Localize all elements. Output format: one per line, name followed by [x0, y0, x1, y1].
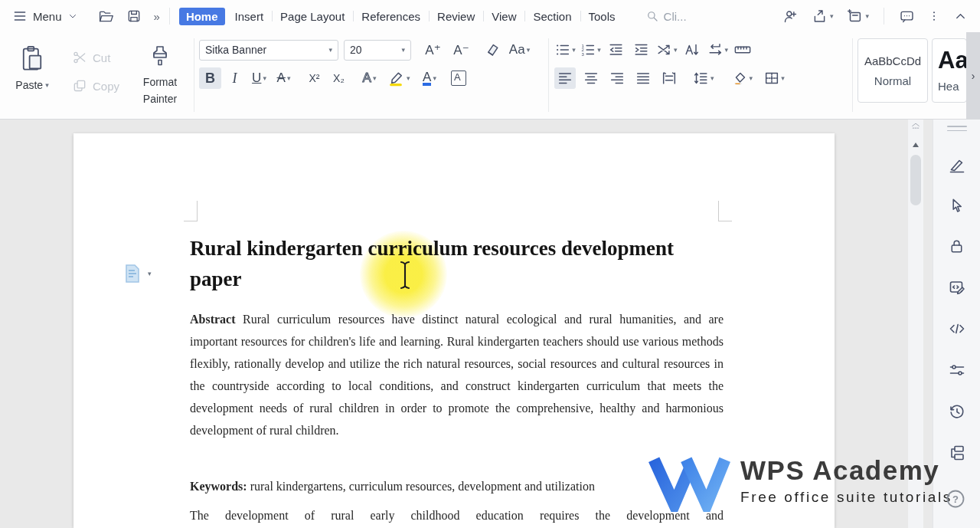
copy-label: Copy	[93, 80, 119, 93]
line-spacing-button[interactable]: ▾	[692, 67, 714, 89]
document-page[interactable]: ▾ Rural kindergarten curriculum resource…	[74, 133, 835, 528]
bullet-list-button[interactable]: ▾	[554, 39, 576, 61]
tab-ruler-button[interactable]	[732, 39, 753, 61]
line-break-icon	[707, 41, 724, 58]
open-file-icon[interactable]	[98, 8, 114, 25]
shading-button[interactable]: ▾	[731, 67, 753, 89]
lock-icon[interactable]	[948, 238, 965, 255]
select-cursor-icon[interactable]	[948, 197, 965, 215]
keywords-text: rural kindergartens, curriculum resource…	[247, 480, 595, 493]
format-painter-label-1: Format	[143, 76, 177, 88]
new-window-button[interactable]: ▾	[846, 8, 869, 25]
numbered-list-button[interactable]: 123 ▾	[580, 39, 601, 61]
keywords-label: Keywords:	[190, 480, 247, 493]
italic-button[interactable]: I	[224, 67, 246, 89]
increase-indent-icon	[632, 41, 650, 58]
character-border-button[interactable]: A	[448, 67, 470, 89]
tab-view[interactable]: View	[483, 7, 524, 26]
history-icon[interactable]	[948, 402, 966, 421]
dropdown-caret: ▾	[597, 47, 601, 54]
code-icon[interactable]	[948, 320, 966, 338]
document-title-text[interactable]: Rural kindergarten curriculum resources …	[190, 233, 726, 294]
dropdown-caret: ▾	[373, 75, 377, 82]
search-placeholder: Cli...	[664, 10, 687, 23]
paste-label: Paste	[15, 79, 43, 91]
align-right-button[interactable]	[606, 67, 628, 89]
help-button[interactable]: ?	[945, 488, 966, 513]
copy-button[interactable]: Copy	[72, 78, 119, 93]
bold-button[interactable]: B	[199, 67, 221, 89]
align-center-button[interactable]	[580, 67, 602, 89]
save-icon[interactable]	[126, 8, 142, 24]
dropdown-caret: ▾	[750, 75, 753, 82]
justify-button[interactable]	[632, 67, 654, 89]
scroll-up-arrow[interactable]	[913, 143, 919, 147]
highlight-color-button[interactable]: ▾	[387, 67, 410, 89]
clear-formatting-button[interactable]	[480, 39, 502, 61]
kebab-menu-icon[interactable]	[928, 9, 940, 23]
body-paragraph[interactable]: The development of rural early childhood…	[190, 506, 724, 526]
tab-page-layout[interactable]: Page Layout	[272, 7, 353, 26]
paste-button[interactable]: Paste▾	[11, 37, 54, 107]
borders-button[interactable]: ▾	[763, 67, 785, 89]
font-color-button[interactable]: A▾	[419, 67, 441, 89]
settings-sliders-icon[interactable]	[948, 361, 966, 379]
line-break-button[interactable]: ▾	[707, 39, 729, 61]
paragraph-style-widget[interactable]: ▾	[123, 264, 152, 284]
grow-font-button[interactable]: A⁺	[422, 39, 444, 61]
superscript-button[interactable]: X²	[303, 67, 325, 89]
tab-home[interactable]: Home	[179, 8, 225, 25]
sort-button[interactable]	[681, 39, 703, 61]
tab-insert[interactable]: Insert	[227, 7, 273, 26]
chevron-down-icon	[67, 11, 78, 21]
comment-icon[interactable]	[899, 8, 915, 25]
styles-more-button[interactable]: ›	[966, 32, 980, 119]
font-size-select[interactable]: 20 ▾	[344, 40, 411, 61]
command-search-input[interactable]: Cli...	[645, 9, 701, 23]
keywords-line[interactable]: Keywords: rural kindergartens, curriculu…	[190, 478, 724, 495]
font-group: Sitka Banner ▾ 20 ▾ A⁺ A⁻ Aa ▾ B	[199, 39, 545, 89]
main-menu-button[interactable]: Menu	[0, 8, 78, 24]
collapse-ribbon-icon[interactable]	[953, 9, 968, 24]
increase-indent-button[interactable]	[630, 39, 652, 61]
invite-user-icon[interactable]	[782, 8, 799, 25]
abstract-paragraph[interactable]: Abstract Rural curriculum resources have…	[190, 308, 724, 441]
tab-references[interactable]: References	[353, 7, 429, 26]
tab-tools[interactable]: Tools	[580, 7, 624, 26]
dropdown-caret: ▾	[725, 47, 729, 54]
tab-review[interactable]: Review	[429, 7, 483, 26]
sidebar-drag-handle[interactable]	[947, 126, 967, 134]
font-name-value: Sitka Banner	[205, 44, 266, 56]
dropdown-caret: ▾	[148, 271, 152, 277]
ink-annotate-icon[interactable]	[948, 156, 966, 174]
style-heading[interactable]: Aa Hea	[932, 38, 967, 103]
question-mark-icon: ?	[945, 488, 966, 510]
underline-button[interactable]: U▾	[248, 67, 270, 89]
dropdown-caret: ▾	[830, 13, 834, 20]
subscript-button[interactable]: X₂	[328, 67, 350, 89]
text-effects-button[interactable]: A▾	[358, 67, 381, 89]
share-button[interactable]: ▾	[812, 8, 834, 25]
decrease-indent-button[interactable]	[605, 39, 626, 61]
shrink-font-button[interactable]: A⁻	[450, 39, 472, 61]
format-painter-button[interactable]: FormatPainter	[138, 37, 182, 107]
copy-icon	[72, 78, 87, 93]
asian-layout-button[interactable]: ▾	[655, 39, 678, 61]
dropdown-caret: ▾	[674, 47, 678, 54]
scrollbar-thumb[interactable]	[910, 155, 921, 205]
quick-access-toolbar: »	[98, 8, 160, 25]
style-normal[interactable]: AaBbCcDd Normal	[858, 38, 928, 103]
more-commands-icon[interactable]: »	[154, 10, 160, 23]
font-name-select[interactable]: Sitka Banner ▾	[199, 40, 338, 61]
tab-section[interactable]: Section	[524, 7, 580, 26]
navigation-panes-icon[interactable]	[948, 444, 966, 462]
paste-clipboard-icon	[18, 43, 46, 74]
strikethrough-button[interactable]: A▾	[273, 67, 295, 89]
cut-button[interactable]: Cut	[72, 50, 119, 65]
scroll-widget-icon[interactable]	[910, 122, 921, 132]
vertical-scrollbar[interactable]	[908, 120, 923, 528]
distribute-button[interactable]	[658, 67, 680, 89]
align-left-button[interactable]	[554, 67, 576, 89]
edit-restrictions-icon[interactable]	[948, 278, 966, 297]
change-case-button[interactable]: Aa ▾	[508, 39, 531, 61]
